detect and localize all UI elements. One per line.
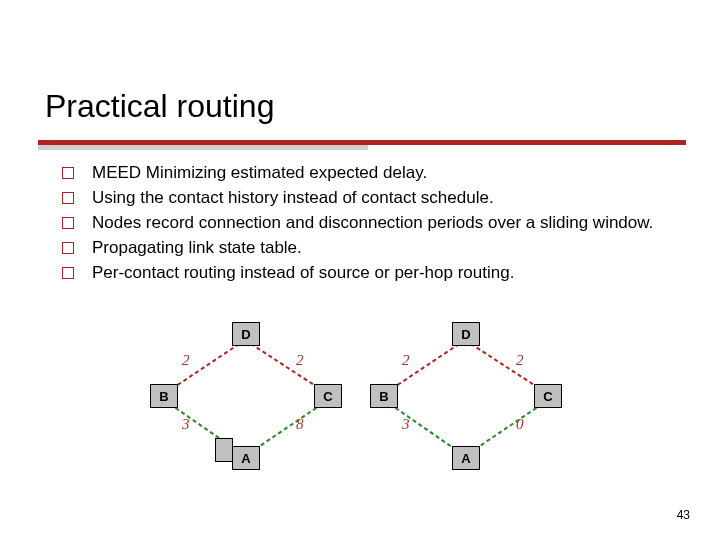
graph-node-a: A [452, 446, 480, 470]
node-label: C [323, 389, 332, 404]
edge-weight: 2 [296, 352, 304, 369]
bullet-text: Nodes record connection and disconnectio… [92, 212, 653, 235]
node-label: B [379, 389, 388, 404]
graph-node-d: D [232, 322, 260, 346]
title-underline-grey [38, 145, 368, 150]
page-number: 43 [677, 508, 690, 522]
bullet-icon [62, 242, 74, 254]
edge-weight: 0 [516, 416, 524, 433]
node-label: D [461, 327, 470, 342]
extra-node-box [215, 438, 233, 462]
routing-diagram: D B C A 2 2 3 8 D B C A 2 2 3 0 [150, 322, 570, 492]
graph-node-a: A [232, 446, 260, 470]
node-label: D [241, 327, 250, 342]
graph-node-c: C [314, 384, 342, 408]
edge-weight: 3 [402, 416, 410, 433]
bullet-list: MEED Minimizing estimated expected delay… [62, 162, 672, 287]
list-item: Propagating link state table. [62, 237, 672, 260]
graph-node-b: B [150, 384, 178, 408]
list-item: Per-contact routing instead of source or… [62, 262, 672, 285]
bullet-icon [62, 167, 74, 179]
list-item: Nodes record connection and disconnectio… [62, 212, 672, 235]
edge-weight: 3 [182, 416, 190, 433]
edge-weight: 2 [402, 352, 410, 369]
bullet-text: MEED Minimizing estimated expected delay… [92, 162, 427, 185]
bullet-icon [62, 192, 74, 204]
bullet-icon [62, 267, 74, 279]
edge-weight: 2 [182, 352, 190, 369]
slide-title: Practical routing [45, 88, 274, 125]
graph-left: D B C A 2 2 3 8 [150, 322, 340, 482]
graph-node-c: C [534, 384, 562, 408]
graph-right: D B C A 2 2 3 0 [370, 322, 560, 482]
node-label: C [543, 389, 552, 404]
graph-node-b: B [370, 384, 398, 408]
edge-weight: 8 [296, 416, 304, 433]
bullet-text: Per-contact routing instead of source or… [92, 262, 514, 285]
slide: Practical routing MEED Minimizing estima… [0, 0, 720, 540]
bullet-text: Propagating link state table. [92, 237, 302, 260]
bullet-icon [62, 217, 74, 229]
node-label: A [461, 451, 470, 466]
graph-node-d: D [452, 322, 480, 346]
node-label: B [159, 389, 168, 404]
bullet-text: Using the contact history instead of con… [92, 187, 494, 210]
list-item: MEED Minimizing estimated expected delay… [62, 162, 672, 185]
edge-weight: 2 [516, 352, 524, 369]
list-item: Using the contact history instead of con… [62, 187, 672, 210]
node-label: A [241, 451, 250, 466]
